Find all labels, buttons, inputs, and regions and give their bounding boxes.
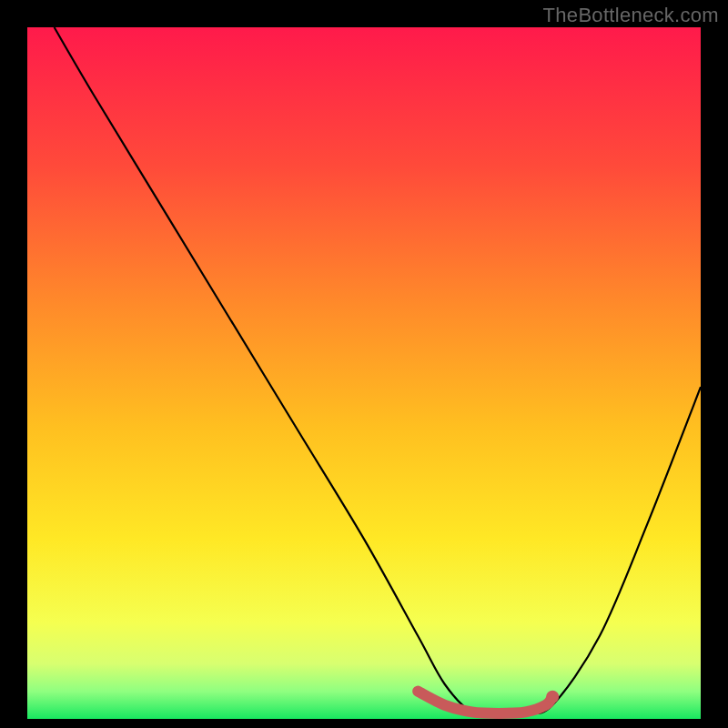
plot-area [27, 27, 701, 719]
chart-container: TheBottleneck.com [0, 0, 728, 728]
watermark-text: TheBottleneck.com [543, 4, 719, 27]
bottleneck-chart [0, 0, 728, 728]
optimal-point-dot [546, 691, 559, 703]
